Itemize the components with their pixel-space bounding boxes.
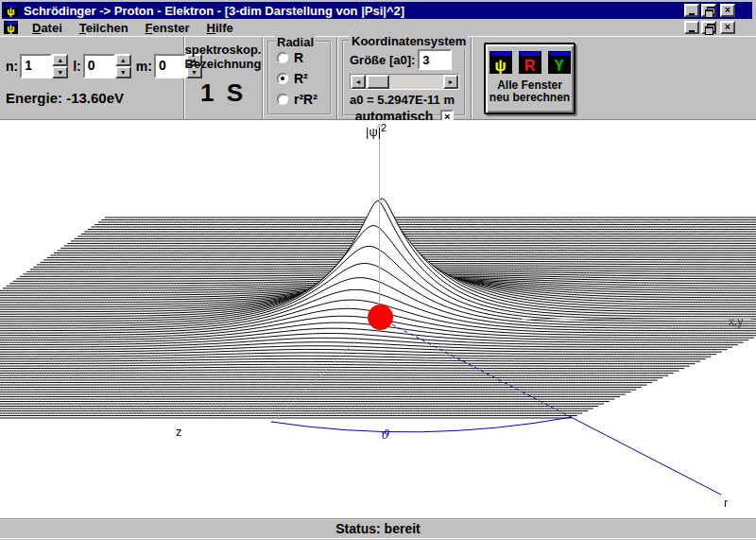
menu-hilfe[interactable]: Hilfe <box>198 20 242 36</box>
radial-panel: Radial R R² r²R² <box>263 37 337 119</box>
close-icon: × <box>725 6 730 15</box>
energy-value: Energie: -13.60eV <box>6 90 178 106</box>
close-icon: × <box>725 23 730 32</box>
psi-window-icon: ψ <box>490 51 512 74</box>
radial-option-R2[interactable]: R² <box>277 71 324 86</box>
spherical-harmonic-window-icon: Y <box>548 51 571 74</box>
radial-option-R[interactable]: R <box>277 50 324 65</box>
m-input[interactable]: 0 <box>154 54 186 78</box>
toolbar: n: 1 ▲ ▼ l: 0 ▲ ▼ m: 0 ▲ <box>0 36 756 120</box>
mdi-restore-button[interactable] <box>701 21 716 34</box>
n-stepper: 1 ▲ ▼ <box>20 54 68 78</box>
mdi-window-buttons: × <box>684 21 735 34</box>
l-stepper: 0 ▲ ▼ <box>83 54 131 78</box>
xy-axis-label: x,y <box>729 315 743 328</box>
radio-icon[interactable] <box>277 52 288 63</box>
scrollbar-thumb[interactable] <box>367 75 389 89</box>
restore-button[interactable] <box>701 4 716 17</box>
size-scrollbar[interactable]: ◄ ► <box>350 74 459 90</box>
restore-icon <box>705 7 713 15</box>
psi-glyph: ψ <box>7 7 14 17</box>
r-axis-label: r <box>724 496 728 510</box>
restore-icon <box>705 24 713 32</box>
l-down-button[interactable]: ▼ <box>115 66 131 78</box>
scrollbar-track[interactable] <box>389 75 443 89</box>
nucleus-marker <box>368 305 393 330</box>
radial-option-r2R2[interactable]: r²R² <box>277 92 324 107</box>
radial-groupbox: Radial R R² r²R² <box>267 41 332 115</box>
radio-icon[interactable] <box>277 73 288 84</box>
window-buttons: × <box>684 4 735 17</box>
window-title: Schrödinger -> Proton - Elektron - [3-di… <box>24 4 684 18</box>
m-label: m: <box>136 59 152 74</box>
n-down-button[interactable]: ▼ <box>52 66 68 78</box>
coords-groupbox: Koordinatensystem Größe [a0]: 3 ◄ ► a0 =… <box>342 40 466 116</box>
vertical-axis-label: |ψ|2 <box>366 122 387 139</box>
size-label: Größe [a0]: <box>350 53 415 67</box>
a0-value: a0 = 5.2947E-11 m <box>350 93 459 107</box>
theta-axis-label: ϑ <box>380 427 388 442</box>
scrollbar-left-arrow[interactable]: ◄ <box>351 75 366 89</box>
mdi-minimize-button[interactable] <box>684 21 699 34</box>
spectroscopic-panel: spektroskop. Bezeichnung 1 S <box>184 37 263 119</box>
psi-glyph: ψ <box>7 24 14 34</box>
size-input[interactable]: 3 <box>418 49 452 70</box>
minimize-button[interactable] <box>684 4 699 17</box>
recalc-panel: ψ R Y Alle Fenster neu berechnen <box>472 37 756 119</box>
radial-title: Radial <box>275 35 316 49</box>
status-bar: Status: bereit <box>0 518 756 539</box>
quantum-spin-row: n: 1 ▲ ▼ l: 0 ▲ ▼ m: 0 ▲ <box>6 54 178 78</box>
recalc-icons: ψ R Y <box>490 51 571 74</box>
radio-icon[interactable] <box>277 94 288 105</box>
mdi-psi-icon[interactable]: ψ <box>4 21 18 34</box>
z-axis-label: z <box>176 425 182 439</box>
radial-window-icon: R <box>519 51 541 74</box>
l-input[interactable]: 0 <box>83 54 115 78</box>
surface-plot-area: |ψ|2 x,y z ϑ r <box>0 120 756 518</box>
n-up-button[interactable]: ▲ <box>52 54 68 66</box>
n-label: n: <box>6 59 18 74</box>
coordinate-system-panel: Koordinatensystem Größe [a0]: 3 ◄ ► a0 =… <box>337 37 472 119</box>
menu-fenster[interactable]: Fenster <box>137 20 198 36</box>
title-bar: ψ Schrödinger -> Proton - Elektron - [3-… <box>2 2 752 19</box>
close-button[interactable]: × <box>720 4 735 17</box>
l-label: l: <box>73 59 81 74</box>
l-up-button[interactable]: ▲ <box>115 54 131 66</box>
mdi-close-button[interactable]: × <box>720 21 735 34</box>
minimize-icon <box>689 13 695 15</box>
recalc-button-label: Alle Fenster neu berechnen <box>490 79 570 104</box>
spectroscopic-term: 1 S <box>200 78 246 108</box>
menu-datei[interactable]: Datei <box>24 20 71 36</box>
minimize-icon <box>689 30 695 32</box>
coords-title: Koordinatensystem <box>350 34 468 48</box>
spectroscopic-title-1: spektroskop. <box>185 43 262 57</box>
menu-teilchen[interactable]: Teilchen <box>71 20 137 36</box>
quantum-numbers-panel: n: 1 ▲ ▼ l: 0 ▲ ▼ m: 0 ▲ <box>0 37 184 119</box>
spectroscopic-title-2: Bezeichnung <box>185 57 262 71</box>
scrollbar-right-arrow[interactable]: ► <box>443 75 458 89</box>
recalculate-all-windows-button[interactable]: ψ R Y Alle Fenster neu berechnen <box>484 43 576 114</box>
n-input[interactable]: 1 <box>20 54 52 78</box>
app-psi-icon[interactable]: ψ <box>4 4 18 17</box>
status-text: Status: bereit <box>335 521 420 536</box>
